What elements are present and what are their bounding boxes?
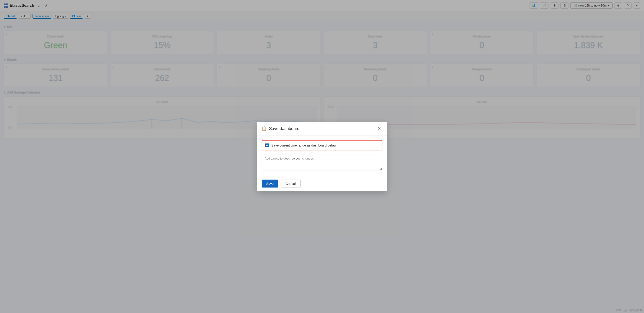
save-time-range-checkbox-row[interactable]: Save current time range as dashboard def… (262, 140, 382, 150)
save-time-range-label: Save current time range as dashboard def… (271, 143, 337, 147)
modal-close-button[interactable]: ✕ (376, 126, 382, 132)
save-button[interactable]: Save (262, 180, 278, 188)
cancel-button[interactable]: Cancel (281, 180, 301, 188)
modal-footer: Save Cancel (257, 176, 387, 191)
modal-title: Save dashboard (269, 126, 374, 131)
note-textarea[interactable] (262, 154, 382, 170)
modal-header: 📋 Save dashboard ✕ (257, 122, 387, 136)
save-dashboard-modal: 📋 Save dashboard ✕ Save current time ran… (257, 122, 387, 191)
save-time-range-checkbox[interactable] (265, 143, 269, 147)
modal-icon: 📋 (262, 126, 267, 131)
modal-body: Save current time range as dashboard def… (257, 136, 387, 176)
